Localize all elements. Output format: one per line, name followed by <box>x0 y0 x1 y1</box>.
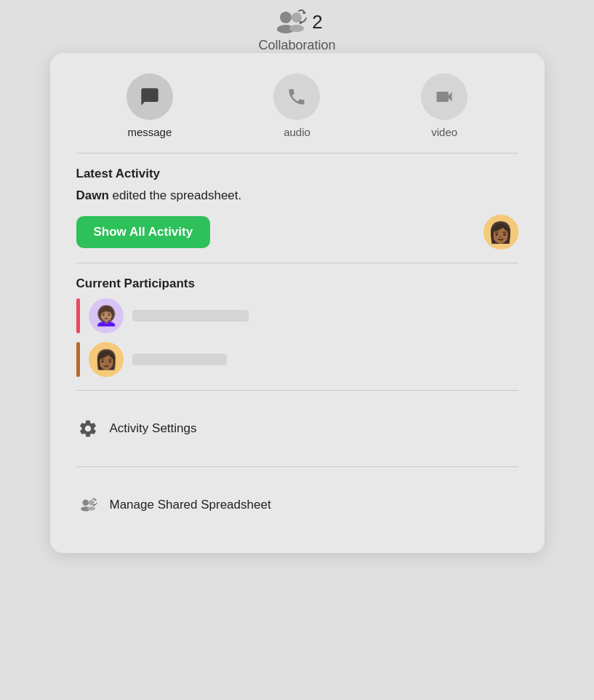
video-tab-label: video <box>431 126 457 138</box>
badge-icon-row: 2 <box>271 7 322 36</box>
message-icon <box>140 87 160 107</box>
manage-spreadsheet-item[interactable]: Manage Shared Spreadsheet <box>76 480 518 530</box>
badge-label: Collaboration <box>258 38 335 53</box>
activity-settings-label: Activity Settings <box>110 421 197 436</box>
message-icon-circle <box>127 73 173 120</box>
svg-point-4 <box>82 499 89 506</box>
latest-activity-section: Latest Activity Dawn edited the spreadsh… <box>76 167 518 250</box>
activity-avatar-emoji: 👩🏾 <box>488 220 513 244</box>
activity-avatar: 👩🏾 <box>483 215 518 250</box>
participants-title: Current Participants <box>76 277 518 291</box>
svg-point-3 <box>289 25 304 32</box>
participant-name-bar-2 <box>132 354 227 365</box>
tab-message[interactable]: message <box>127 73 173 138</box>
activity-rest: edited the spreadsheet. <box>109 188 241 202</box>
divider-4 <box>76 466 518 467</box>
participant-bar-2 <box>76 342 80 377</box>
message-tab-label: message <box>127 126 172 138</box>
gear-icon <box>78 418 98 439</box>
participant-emoji-2: 👩🏾 <box>95 349 118 371</box>
gear-icon-wrapper <box>76 417 100 440</box>
badge-count: 2 <box>312 11 322 33</box>
video-icon-circle <box>421 73 467 120</box>
tab-bar: message audio video <box>76 73 518 138</box>
participant-avatar-1: 👩🏽‍🦱 <box>89 298 124 333</box>
participant-avatar-2: 👩🏾 <box>89 342 124 377</box>
page-wrapper: 2 Collaboration message a <box>0 7 594 553</box>
manage-collab-icon-wrapper <box>76 493 100 517</box>
divider-2 <box>76 263 518 263</box>
phone-icon <box>286 87 307 107</box>
svg-point-0 <box>280 12 292 23</box>
participant-row-2: 👩🏾 <box>76 342 518 377</box>
show-all-activity-button[interactable]: Show All Activity <box>76 216 211 248</box>
participant-row: 👩🏽‍🦱 <box>76 298 518 333</box>
svg-point-6 <box>89 500 95 506</box>
svg-point-2 <box>292 12 302 23</box>
top-badge: 2 Collaboration <box>258 7 335 53</box>
participant-bar-1 <box>76 298 80 333</box>
latest-activity-title: Latest Activity <box>76 167 518 181</box>
tab-video[interactable]: video <box>421 73 467 138</box>
svg-point-7 <box>87 506 95 510</box>
participant-emoji-1: 👩🏽‍🦱 <box>95 305 118 327</box>
activity-settings-item[interactable]: Activity Settings <box>76 404 518 453</box>
current-participants-section: Current Participants 👩🏽‍🦱 👩🏾 <box>76 277 518 377</box>
activity-description: Dawn edited the spreadsheet. <box>76 188 518 203</box>
video-icon <box>434 87 454 107</box>
activity-row: Show All Activity 👩🏾 <box>76 215 518 250</box>
audio-icon-circle <box>273 73 320 120</box>
collaboration-icon <box>271 7 309 36</box>
participant-name-bar-1 <box>132 310 249 322</box>
divider-3 <box>76 390 518 391</box>
main-card: message audio video <box>50 53 545 553</box>
audio-tab-label: audio <box>284 126 310 138</box>
tab-audio[interactable]: audio <box>273 73 320 138</box>
manage-spreadsheet-label: Manage Shared Spreadsheet <box>110 498 271 512</box>
participants-list: 👩🏽‍🦱 👩🏾 <box>76 298 518 377</box>
activity-user: Dawn <box>76 188 109 202</box>
manage-collab-icon <box>78 495 98 515</box>
divider-1 <box>76 153 518 154</box>
